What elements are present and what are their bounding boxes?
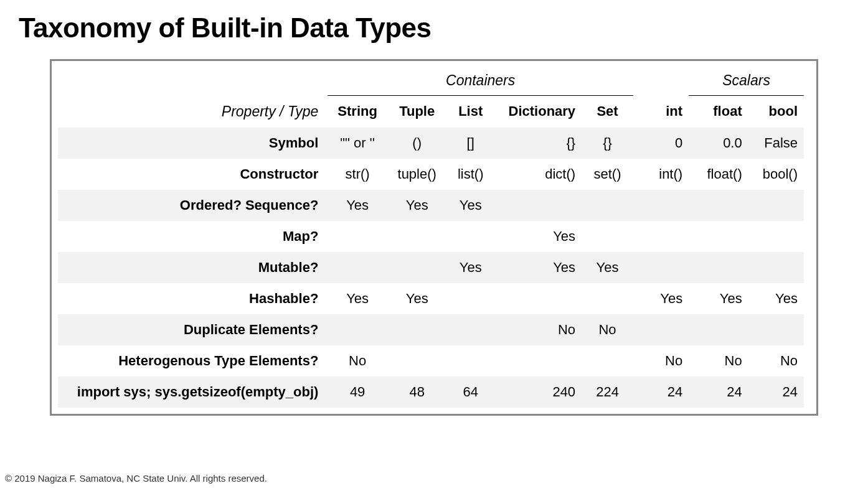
cell-dictionary (494, 283, 582, 314)
super-header-empty (58, 67, 328, 96)
cell-int: int() (633, 159, 689, 190)
cell-tuple (387, 221, 447, 252)
cell-list (446, 345, 494, 376)
col-string: String (328, 96, 387, 128)
cell-list (446, 221, 494, 252)
table-row: Constructorstr()tuple()list()dict()set()… (58, 159, 804, 190)
cell-float: Yes (689, 283, 748, 314)
cell-string (328, 252, 387, 283)
cell-float: float() (689, 159, 748, 190)
cell-dictionary: No (494, 314, 582, 345)
cell-string: str() (328, 159, 387, 190)
cell-string: No (328, 345, 387, 376)
cell-float (689, 314, 748, 345)
page-title: Taxonomy of Built-in Data Types (19, 12, 849, 44)
cell-int: No (633, 345, 689, 376)
cell-set: No (582, 314, 633, 345)
table-row: Symbol"" or ''()[]{}{}00.0False (58, 128, 804, 159)
cell-int (633, 190, 689, 221)
col-tuple: Tuple (387, 96, 447, 128)
cell-set (582, 221, 633, 252)
cell-int (633, 252, 689, 283)
cell-list: 64 (446, 376, 494, 408)
cell-dictionary: Yes (494, 221, 582, 252)
cell-bool: False (748, 128, 804, 159)
cell-set: 224 (582, 376, 633, 408)
column-header-row: Property / Type String Tuple List Dictio… (58, 96, 804, 128)
cell-int: Yes (633, 283, 689, 314)
row-property: Ordered? Sequence? (58, 190, 328, 221)
cell-float: 0.0 (689, 128, 748, 159)
cell-tuple: () (387, 128, 447, 159)
cell-string: "" or '' (328, 128, 387, 159)
cell-list: Yes (446, 190, 494, 221)
cell-list: [] (446, 128, 494, 159)
cell-string: 49 (328, 376, 387, 408)
super-header-containers: Containers (328, 67, 633, 96)
cell-string: Yes (328, 283, 387, 314)
cell-bool: No (748, 345, 804, 376)
cell-set (582, 283, 633, 314)
cell-int: 0 (633, 128, 689, 159)
cell-list (446, 283, 494, 314)
super-header-scalars: Scalars (689, 67, 804, 96)
copyright-footer: © 2019 Nagiza F. Samatova, NC State Univ… (5, 473, 267, 484)
cell-dictionary: {} (494, 128, 582, 159)
cell-float: No (689, 345, 748, 376)
row-property: Mutable? (58, 252, 328, 283)
table-row: Mutable?YesYesYes (58, 252, 804, 283)
cell-bool: bool() (748, 159, 804, 190)
cell-string: Yes (328, 190, 387, 221)
table-frame: Containers Scalars Property / Type Strin… (50, 59, 818, 416)
super-header-gap (633, 67, 689, 96)
super-header-row: Containers Scalars (58, 67, 804, 96)
cell-tuple: Yes (387, 190, 447, 221)
cell-set (582, 190, 633, 221)
col-property: Property / Type (58, 96, 328, 128)
table-row: import sys; sys.getsizeof(empty_obj)4948… (58, 376, 804, 408)
cell-set: set() (582, 159, 633, 190)
cell-int: 24 (633, 376, 689, 408)
cell-float (689, 252, 748, 283)
cell-string (328, 314, 387, 345)
cell-set: {} (582, 128, 633, 159)
cell-float: 24 (689, 376, 748, 408)
cell-list: list() (446, 159, 494, 190)
cell-bool (748, 252, 804, 283)
row-property: Hashable? (58, 283, 328, 314)
row-property: import sys; sys.getsizeof(empty_obj) (58, 376, 328, 408)
cell-tuple: 48 (387, 376, 447, 408)
cell-list: Yes (446, 252, 494, 283)
cell-tuple (387, 252, 447, 283)
cell-set (582, 345, 633, 376)
table-row: Map?Yes (58, 221, 804, 252)
cell-dictionary (494, 190, 582, 221)
col-bool: bool (748, 96, 804, 128)
cell-bool: 24 (748, 376, 804, 408)
col-int: int (633, 96, 689, 128)
cell-tuple: Yes (387, 283, 447, 314)
row-property: Symbol (58, 128, 328, 159)
table-row: Heterogenous Type Elements?NoNoNoNo (58, 345, 804, 376)
cell-dictionary (494, 345, 582, 376)
table-row: Ordered? Sequence?YesYesYes (58, 190, 804, 221)
cell-bool (748, 221, 804, 252)
cell-float (689, 221, 748, 252)
cell-tuple (387, 345, 447, 376)
cell-dictionary: Yes (494, 252, 582, 283)
cell-dictionary: 240 (494, 376, 582, 408)
col-float: float (689, 96, 748, 128)
cell-bool: Yes (748, 283, 804, 314)
col-dictionary: Dictionary (494, 96, 582, 128)
cell-dictionary: dict() (494, 159, 582, 190)
row-property: Map? (58, 221, 328, 252)
cell-tuple (387, 314, 447, 345)
col-set: Set (582, 96, 633, 128)
row-property: Constructor (58, 159, 328, 190)
taxonomy-table: Containers Scalars Property / Type Strin… (58, 67, 804, 408)
col-list: List (446, 96, 494, 128)
cell-list (446, 314, 494, 345)
cell-int (633, 221, 689, 252)
cell-tuple: tuple() (387, 159, 447, 190)
cell-bool (748, 314, 804, 345)
